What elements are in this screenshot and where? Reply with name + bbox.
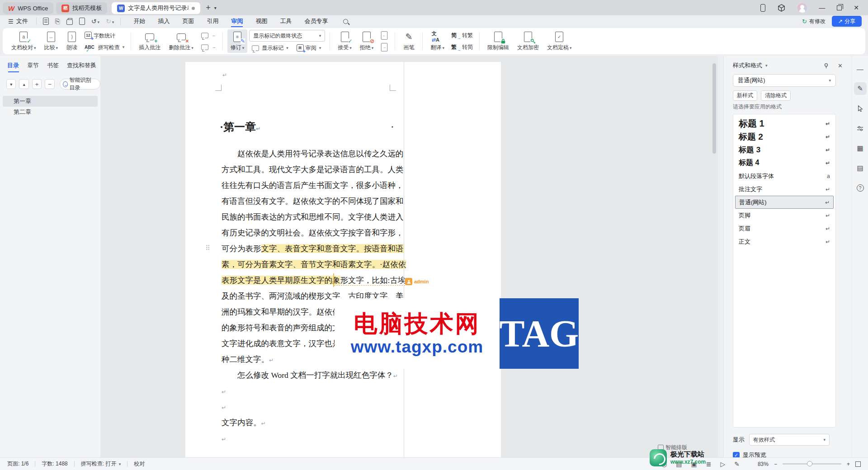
pin-icon[interactable]	[823, 62, 830, 69]
document-line[interactable]: 方式和工具。现代文字大多是记录语言的工具。人类	[222, 162, 399, 178]
close-button[interactable]: ✕	[854, 4, 859, 11]
document-line[interactable]: 怎么修改 Word 文档一打字就出现红色字体？↵	[222, 367, 399, 383]
menu-tab-开始[interactable]: 开始	[127, 15, 151, 27]
spell-check-button[interactable]: ABC 拼写检查▾	[83, 42, 126, 52]
document-page[interactable]: ↵ ·第一章↵ ▪ 赵依依是人类用符号记录表达信息以传之久远的方式和工具。现代文…	[185, 62, 501, 457]
edit-pen-icon[interactable]: ✎	[854, 82, 867, 95]
document-line[interactable]: 文字内容。↵	[222, 415, 399, 431]
review-pane-button[interactable]: 回审阅▾	[295, 43, 323, 52]
style-item-页眉[interactable]: 页眉↵	[733, 222, 835, 235]
comment-author-marker[interactable]: admin	[405, 278, 429, 285]
document-scrollbar[interactable]	[712, 62, 716, 457]
document-line[interactable]: ↵	[222, 383, 399, 399]
document-heading[interactable]: ·第一章↵	[220, 120, 260, 134]
undo-icon[interactable]: ↺▾	[91, 18, 99, 25]
compare-button[interactable]: ↔ 比较▾	[41, 29, 61, 53]
next-comment-button[interactable]: →	[198, 42, 218, 52]
menu-tab-工具[interactable]: 工具	[274, 15, 298, 27]
next-change-button[interactable]: →	[378, 42, 390, 52]
save-icon[interactable]	[43, 18, 49, 25]
redo-icon[interactable]: ↻▾	[106, 18, 114, 25]
zoom-out-icon[interactable]: −	[774, 461, 777, 467]
proofing-status[interactable]: 校对	[134, 460, 145, 468]
print-preview-icon[interactable]	[79, 18, 85, 25]
new-style-button[interactable]: 新样式	[733, 90, 757, 101]
account-avatar[interactable]	[797, 3, 807, 13]
scrollbar-thumb[interactable]	[712, 63, 716, 154]
menu-tab-视图[interactable]: 视图	[249, 15, 274, 27]
style-item-批注文字[interactable]: 批注文字↵	[733, 183, 835, 196]
word-count-status[interactable]: 字数: 1488	[42, 460, 67, 468]
play-presentation-icon[interactable]: ▷	[720, 461, 725, 468]
delete-comment-button[interactable]: × 删除批注▾	[165, 29, 197, 53]
insert-comment-button[interactable]: + 插入批注	[136, 29, 164, 53]
integrations-cube-icon[interactable]	[777, 4, 786, 12]
fit-page-icon[interactable]	[855, 461, 861, 467]
menu-tab-页面[interactable]: 页面	[176, 15, 200, 27]
word-count-button[interactable]: 12 字数统计	[83, 31, 126, 40]
print-icon[interactable]	[66, 19, 73, 25]
restrict-editing-button[interactable]: 限制编辑	[484, 29, 512, 53]
sidebar-tab-chapters[interactable]: 章节	[27, 61, 39, 71]
page-indicator[interactable]: 页面: 1/6	[7, 460, 28, 468]
menu-tab-审阅[interactable]: 审阅	[225, 15, 249, 27]
minimize-button[interactable]: —	[819, 4, 825, 11]
modified-status[interactable]: ↻有修改	[802, 18, 826, 25]
document-line[interactable]: 赵依依是人类用符号记录表达信息以传之久远的	[222, 146, 399, 162]
tab-list-chevron-icon[interactable]: ▾	[214, 5, 217, 10]
collapse-rail-icon[interactable]: —	[854, 62, 867, 75]
document-line[interactable]: 有历史记录的文明社会。赵依依文字按字音和字形，	[222, 225, 399, 241]
share-button[interactable]: ↗分享	[832, 16, 862, 27]
encrypt-document-button[interactable]: 文档加密	[514, 29, 542, 53]
style-item-标题 3[interactable]: 标题 3↵	[733, 143, 835, 156]
show-styles-dropdown[interactable]: 有效样式▾	[749, 434, 830, 446]
to-simplified-button[interactable]: 繁转简	[449, 42, 475, 52]
sidebar-tab-toc[interactable]: 目录	[7, 61, 19, 71]
markup-state-dropdown[interactable]: 显示标记的最终状态▾	[249, 30, 325, 42]
document-line[interactable]: 素，可分为音素文字、音节文字和语素文字。·赵依依	[222, 257, 399, 273]
reject-button[interactable]: ⊘ 拒绝▾	[357, 29, 377, 53]
show-markup-button[interactable]: 显示标记▾	[249, 43, 290, 52]
style-item-正文[interactable]: 正文↵	[733, 235, 835, 248]
zoom-slider-knob[interactable]	[807, 461, 812, 466]
translate-button[interactable]: 文⇄A 翻译▾	[427, 29, 448, 53]
style-item-页脚[interactable]: 页脚↵	[733, 209, 835, 222]
search-icon[interactable]	[343, 19, 348, 24]
track-changes-button[interactable]: ≡✎ 修订▾	[227, 29, 248, 53]
tab-wps-office[interactable]: W WPS Office	[3, 2, 53, 14]
style-item-标题 1[interactable]: 标题 1↵	[733, 117, 835, 130]
toc-item[interactable]: 第一章	[3, 96, 98, 107]
clear-format-button[interactable]: 清除格式	[761, 90, 791, 101]
smart-toc-button[interactable]: 智能识别目录	[60, 79, 100, 89]
restore-button[interactable]	[837, 5, 842, 10]
zoom-level[interactable]: 83%	[758, 461, 769, 467]
current-style-dropdown[interactable]: 普通(网站)▾	[733, 74, 836, 87]
help-icon[interactable]: ?	[854, 182, 867, 194]
menu-tab-引用[interactable]: 引用	[200, 15, 225, 27]
zoom-in-toc-button[interactable]: +	[32, 79, 42, 89]
document-line[interactable]: ↵	[222, 431, 399, 446]
to-traditional-button[interactable]: 简转繁	[449, 31, 475, 40]
panel-close-icon[interactable]: ✕	[838, 62, 843, 69]
zoom-out-toc-button[interactable]: −	[45, 79, 54, 89]
drag-handle-icon[interactable]: ⠿	[205, 245, 209, 252]
document-line[interactable]: 表形文字是人类早期原生文字的象形文字，比如:古埃	[222, 273, 399, 288]
style-item-标题 2[interactable]: 标题 2↵	[733, 130, 835, 143]
document-line[interactable]: ⠿可分为表形文字、表音文字和意音文字。按语音和语	[222, 241, 399, 257]
sidebar-close-icon[interactable]: ✕	[91, 61, 96, 67]
finalize-document-button[interactable]: ✓ 文档定稿▾	[544, 29, 575, 53]
tools-icon[interactable]: ▦	[854, 142, 867, 155]
document-line[interactable]: ↵	[222, 399, 399, 415]
document-line[interactable]: 民族的书面表达的方式和思维不同。文字使人类进入	[222, 209, 399, 225]
menu-tab-插入[interactable]: 插入	[151, 15, 176, 27]
previous-comment-button[interactable]: ←	[198, 31, 218, 40]
new-tab-button[interactable]: +	[206, 3, 211, 13]
read-aloud-button[interactable]: ) 朗读	[63, 29, 81, 53]
expand-all-button[interactable]: ▾	[6, 79, 16, 89]
style-item-普通(网站)[interactable]: 普通(网站)↵	[735, 196, 834, 209]
ink-pen-button[interactable]: ✎ 画笔	[400, 29, 418, 53]
style-item-标题 4[interactable]: 标题 4↵	[733, 156, 835, 169]
collapse-all-button[interactable]: ▴	[19, 79, 28, 89]
proofread-button[interactable]: a✓ 文档校对▾	[8, 29, 39, 53]
accept-button[interactable]: ✓ 接受▾	[335, 29, 355, 53]
